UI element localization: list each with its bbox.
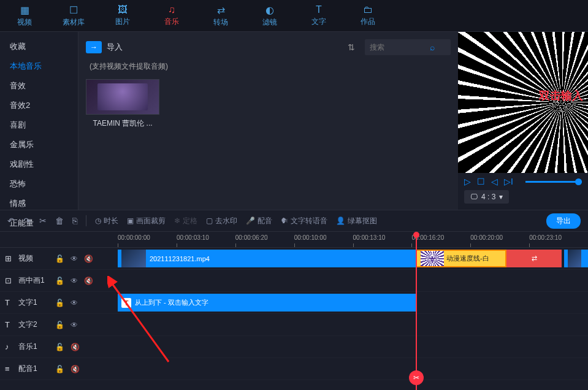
tab-filter[interactable]: ◐滤镜: [245, 0, 294, 31]
preview-panel: 双击输入 ▷ ☐ ◁ ▷I 🖵 4 : 3 ▾: [458, 32, 588, 210]
effect-clip[interactable]: 动漫速度线-白: [416, 250, 506, 267]
cut-button[interactable]: ✂: [39, 216, 47, 226]
track-music1: ♪音乐1 🔓🔇: [0, 336, 588, 358]
stop-button[interactable]: ☐: [477, 177, 485, 186]
duration-button[interactable]: ◷时长: [95, 216, 118, 226]
playhead[interactable]: [416, 232, 417, 390]
effect-thumbnail: [421, 251, 444, 266]
monitor-icon: 🖵: [470, 193, 478, 201]
greenscreen-button[interactable]: 👤绿幕抠图: [336, 216, 377, 226]
clip-thumbnail: [568, 250, 581, 267]
mute-toggle[interactable]: 🔇: [84, 277, 93, 285]
sidebar-item-comedy[interactable]: 喜剧: [0, 115, 78, 135]
search-input[interactable]: [370, 43, 430, 52]
person-icon: 👤: [336, 216, 345, 225]
progress-bar[interactable]: [525, 181, 582, 183]
freeze-button[interactable]: ❄定格: [174, 216, 197, 226]
mute-toggle[interactable]: 🔇: [71, 365, 80, 373]
video-icon: ▦: [20, 4, 29, 16]
crop-button[interactable]: ▣画面裁剪: [127, 216, 166, 226]
prev-frame-button[interactable]: ◁: [491, 177, 498, 186]
text-clip[interactable]: T从上到下 - 双击输入文字: [118, 294, 416, 312]
clip-thumbnail: [121, 250, 146, 267]
track-label-text2[interactable]: T文字2: [0, 319, 55, 330]
dubbing-button[interactable]: 🎤配音: [246, 216, 272, 226]
tab-transition[interactable]: ⇄转场: [196, 0, 245, 31]
lock-toggle[interactable]: 🔓: [55, 254, 64, 263]
sidebar-item-metal[interactable]: 金属乐: [0, 135, 78, 155]
extract-audio-hint: (支持视频文件提取音频): [90, 61, 451, 72]
text-clip-icon: T: [121, 298, 131, 308]
filter-icon: ◐: [265, 4, 274, 16]
delete-button[interactable]: 🗑: [55, 216, 64, 226]
tab-library[interactable]: ☐素材库: [49, 0, 98, 31]
sort-icon[interactable]: ⇅: [348, 42, 355, 52]
copy-button[interactable]: ⎘: [72, 216, 77, 226]
visibility-toggle[interactable]: 👁: [71, 277, 78, 285]
watermark-icon: ▢: [206, 216, 213, 225]
tab-image[interactable]: 🖼图片: [98, 0, 147, 31]
track-label-text1[interactable]: T文字1: [0, 297, 55, 308]
track-label-video[interactable]: ⊞视频: [0, 253, 55, 264]
tab-text[interactable]: T文字: [294, 0, 343, 31]
mute-toggle[interactable]: 🔇: [84, 254, 93, 263]
search-icon[interactable]: ⌕: [430, 42, 435, 52]
track-label-pip1[interactable]: ⊡画中画1: [0, 275, 55, 286]
redo-button[interactable]: ↷: [23, 216, 31, 226]
timeline-ruler[interactable]: 00:00:00:00 00:00:03:10 00:00:06:20 00:0…: [0, 232, 588, 248]
video-clip-2[interactable]: [564, 250, 588, 267]
lock-toggle[interactable]: 🔓: [55, 299, 64, 307]
tts-icon: 🗣: [281, 216, 288, 225]
image-icon: 🖼: [118, 4, 128, 15]
text-track-icon: T: [5, 298, 15, 307]
sidebar-item-dramatic[interactable]: 戏剧性: [0, 155, 78, 174]
music-categories-sidebar: 收藏 本地音乐 音效 音效2 喜剧 金属乐 戏剧性 恐怖 情感 正能量: [0, 32, 78, 210]
media-item[interactable]: TAEMIN 曹凯伦 ...: [86, 79, 159, 129]
tab-music[interactable]: ♫音乐: [147, 0, 196, 31]
search-box[interactable]: ⌕: [365, 39, 451, 55]
export-button[interactable]: 导出: [546, 213, 581, 229]
folder-icon: 🗀: [363, 4, 373, 15]
transition-icon: ⇄: [217, 4, 225, 16]
track-pip1: ⊡画中画1 🔓👁🔇: [0, 270, 588, 292]
aspect-ratio-dropdown[interactable]: 🖵 4 : 3 ▾: [464, 190, 509, 204]
preview-area[interactable]: 双击输入: [458, 32, 588, 173]
sidebar-item-favorites[interactable]: 收藏: [0, 37, 78, 56]
sidebar-item-horror[interactable]: 恐怖: [0, 174, 78, 194]
sidebar-item-emotion[interactable]: 情感: [0, 194, 78, 213]
watermark-button[interactable]: ▢去水印: [206, 216, 237, 226]
track-label-dubbing1[interactable]: ≡配音1: [0, 364, 55, 374]
lock-toggle[interactable]: 🔓: [55, 343, 64, 351]
tab-works[interactable]: 🗀作品: [343, 0, 392, 31]
mic-icon: 🎤: [246, 216, 255, 225]
sidebar-item-sfx2[interactable]: 音效2: [0, 96, 78, 115]
sidebar-item-sfx[interactable]: 音效: [0, 76, 78, 96]
track-video: ⊞视频 🔓👁🔇 202111231821.mp4 动漫速度线-白 ⇄: [0, 248, 588, 270]
tab-video[interactable]: ▦视频: [0, 0, 49, 31]
next-frame-button[interactable]: ▷I: [504, 177, 513, 186]
transition-clip[interactable]: ⇄: [506, 250, 562, 267]
visibility-toggle[interactable]: 👁: [71, 299, 78, 307]
video-clip[interactable]: 202111231821.mp4: [118, 250, 416, 267]
lock-toggle[interactable]: 🔓: [55, 365, 64, 373]
sidebar-item-local-music[interactable]: 本地音乐: [0, 56, 78, 76]
import-button[interactable]: →: [86, 41, 102, 53]
undo-button[interactable]: ↶: [7, 216, 15, 226]
preview-placeholder-text: 双击输入: [539, 88, 583, 103]
editing-toolbar: ↶ ↷ ✂ 🗑 ⎘ ◷时长 ▣画面裁剪 ❄定格 ▢去水印 🎤配音 🗣文字转语音 …: [0, 210, 588, 232]
play-button[interactable]: ▷: [464, 177, 471, 186]
music-track-icon: ♪: [5, 342, 15, 351]
track-dubbing1: ≡配音1 🔓🔇: [0, 358, 588, 380]
text-track-icon: T: [5, 320, 15, 329]
mute-toggle[interactable]: 🔇: [71, 343, 80, 351]
lock-toggle[interactable]: 🔓: [55, 321, 64, 329]
crop-icon: ▣: [127, 216, 134, 225]
chevron-down-icon: ▾: [499, 193, 503, 201]
media-name: TAEMIN 曹凯伦 ...: [86, 118, 159, 129]
timeline: 00:00:00:00 00:00:03:10 00:00:06:20 00:0…: [0, 232, 588, 390]
visibility-toggle[interactable]: 👁: [71, 254, 78, 263]
lock-toggle[interactable]: 🔓: [55, 277, 64, 285]
visibility-toggle[interactable]: 👁: [71, 321, 78, 329]
track-label-music1[interactable]: ♪音乐1: [0, 342, 55, 352]
tts-button[interactable]: 🗣文字转语音: [281, 216, 327, 226]
